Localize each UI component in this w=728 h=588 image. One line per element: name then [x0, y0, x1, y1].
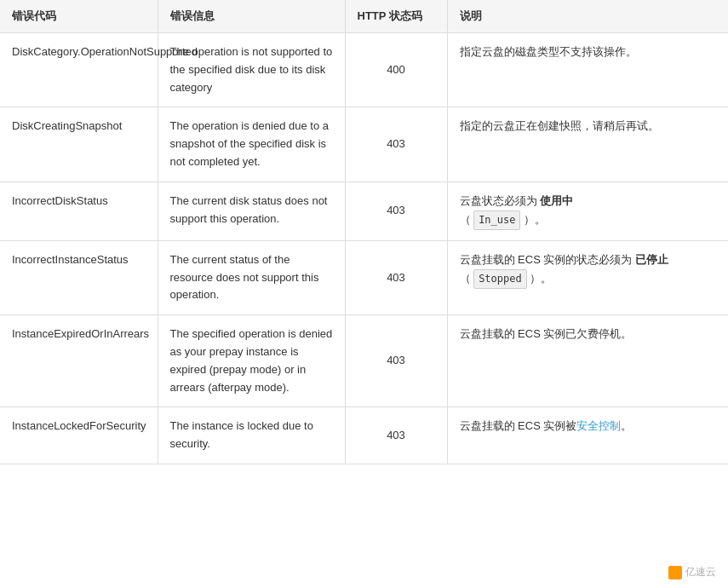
error-msg-cell: The current disk status does not support… [158, 182, 345, 240]
error-code-cell: IncorrectInstanceStatus [0, 240, 158, 314]
desc-text-after: ）。 [527, 272, 553, 285]
table-body: DiskCategory.OperationNotSupportedThe op… [0, 33, 728, 464]
error-msg-cell: The current status of the resource does … [158, 240, 345, 314]
http-code-cell: 403 [345, 107, 447, 182]
error-code-cell: IncorrectDiskStatus [0, 182, 158, 240]
error-msg-cell: The operation is not supported to the sp… [158, 33, 345, 107]
desc-inline-code: In_use [473, 210, 520, 230]
error-msg-cell: The instance is locked due to security. [158, 407, 345, 464]
desc-cell: 云盘挂载的 ECS 实例已欠费停机。 [447, 315, 728, 407]
desc-text-after: ）。 [520, 213, 546, 226]
desc-text-before: 云盘挂载的 ECS 实例被 [460, 419, 577, 432]
error-code-cell: InstanceLockedForSecurity [0, 407, 158, 464]
table-row: DiskCategory.OperationNotSupportedThe op… [0, 33, 728, 107]
error-table: 错误代码 错误信息 HTTP 状态码 说明 DiskCategory.Opera… [0, 0, 728, 464]
header-desc: 说明 [447, 0, 728, 33]
desc-text-before: 云盘挂载的 ECS 实例的状态必须为 [460, 253, 636, 266]
desc-middle-text: （ [460, 272, 474, 285]
table-row: InstanceLockedForSecurityThe instance is… [0, 407, 728, 464]
error-code-cell: DiskCategory.OperationNotSupported [0, 33, 158, 107]
desc-cell: 云盘挂载的 ECS 实例的状态必须为 已停止（ Stopped ）。 [447, 240, 728, 314]
table-row: InstanceExpiredOrInArrearsThe specified … [0, 315, 728, 407]
error-code-cell: InstanceExpiredOrInArrears [0, 315, 158, 407]
table-row: DiskCreatingSnapshotThe operation is den… [0, 107, 728, 182]
desc-cell: 指定云盘的磁盘类型不支持该操作。 [447, 33, 728, 107]
http-code-cell: 400 [345, 33, 447, 107]
desc-middle-text: （ [460, 213, 474, 226]
error-msg-cell: The specified operation is denied as you… [158, 315, 345, 407]
desc-link[interactable]: 安全控制 [576, 419, 621, 432]
header-http-code: HTTP 状态码 [345, 0, 447, 33]
table-wrapper: 错误代码 错误信息 HTTP 状态码 说明 DiskCategory.Opera… [0, 0, 728, 464]
table-row: IncorrectInstanceStatusThe current statu… [0, 240, 728, 314]
table-row: IncorrectDiskStatusThe current disk stat… [0, 182, 728, 240]
error-msg-cell: The operation is denied due to a snapsho… [158, 107, 345, 182]
http-code-cell: 403 [345, 315, 447, 407]
desc-bold-text: 已停止 [635, 253, 668, 266]
desc-text-before: 云盘状态必须为 [460, 194, 541, 207]
http-code-cell: 403 [345, 240, 447, 314]
desc-cell: 指定的云盘正在创建快照，请稍后再试。 [447, 107, 728, 182]
desc-cell: 云盘状态必须为 使用中（ In_use ）。 [447, 182, 728, 240]
table-header-row: 错误代码 错误信息 HTTP 状态码 说明 [0, 0, 728, 33]
desc-cell: 云盘挂载的 ECS 实例被安全控制。 [447, 407, 728, 464]
desc-bold-text: 使用中 [540, 194, 573, 207]
http-code-cell: 403 [345, 182, 447, 240]
desc-text-after: 。 [621, 419, 632, 432]
desc-inline-code: Stopped [473, 269, 527, 289]
http-code-cell: 403 [345, 407, 447, 464]
error-code-cell: DiskCreatingSnapshot [0, 107, 158, 182]
header-error-code: 错误代码 [0, 0, 158, 33]
header-error-msg: 错误信息 [158, 0, 345, 33]
